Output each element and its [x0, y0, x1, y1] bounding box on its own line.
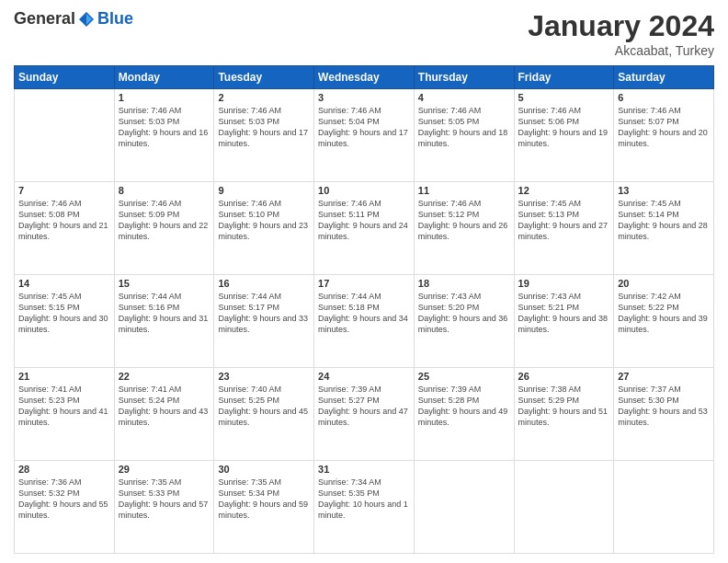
logo-icon	[77, 10, 96, 29]
logo-blue-text: Blue	[97, 9, 133, 29]
cell-content: Sunrise: 7:42 AMSunset: 5:22 PMDaylight:…	[618, 291, 710, 336]
cell-content: Sunrise: 7:45 AMSunset: 5:14 PMDaylight:…	[618, 198, 710, 243]
calendar-cell: 29Sunrise: 7:35 AMSunset: 5:33 PMDayligh…	[114, 461, 214, 554]
day-number: 23	[218, 371, 310, 382]
header-saturday: Saturday	[614, 66, 714, 89]
day-number: 28	[18, 464, 110, 475]
cell-content: Sunrise: 7:46 AMSunset: 5:03 PMDaylight:…	[119, 105, 210, 150]
day-number: 10	[318, 185, 410, 196]
calendar-cell: 3Sunrise: 7:46 AMSunset: 5:04 PMDaylight…	[314, 89, 415, 182]
calendar-cell	[15, 89, 115, 182]
calendar-week-1: 7Sunrise: 7:46 AMSunset: 5:08 PMDaylight…	[15, 182, 714, 275]
logo: General Blue	[14, 9, 133, 29]
cell-content: Sunrise: 7:46 AMSunset: 5:08 PMDaylight:…	[18, 198, 110, 243]
cell-content: Sunrise: 7:38 AMSunset: 5:29 PMDaylight:…	[518, 384, 610, 429]
cell-content: Sunrise: 7:41 AMSunset: 5:24 PMDaylight:…	[119, 384, 210, 429]
cell-content: Sunrise: 7:39 AMSunset: 5:27 PMDaylight:…	[318, 384, 410, 429]
month-title: January 2024	[528, 9, 714, 43]
day-number: 2	[218, 92, 310, 103]
calendar-week-4: 28Sunrise: 7:36 AMSunset: 5:32 PMDayligh…	[15, 461, 714, 554]
day-number: 24	[318, 371, 410, 382]
cell-content: Sunrise: 7:35 AMSunset: 5:34 PMDaylight:…	[218, 477, 310, 522]
cell-content: Sunrise: 7:45 AMSunset: 5:13 PMDaylight:…	[518, 198, 610, 243]
calendar-week-2: 14Sunrise: 7:45 AMSunset: 5:15 PMDayligh…	[15, 275, 714, 368]
calendar-cell: 25Sunrise: 7:39 AMSunset: 5:28 PMDayligh…	[414, 368, 514, 461]
header-sunday: Sunday	[15, 66, 115, 89]
cell-content: Sunrise: 7:45 AMSunset: 5:15 PMDaylight:…	[18, 291, 110, 336]
day-number: 30	[218, 464, 310, 475]
day-number: 22	[119, 371, 210, 382]
calendar-cell: 1Sunrise: 7:46 AMSunset: 5:03 PMDaylight…	[114, 89, 214, 182]
day-number: 8	[119, 185, 210, 196]
cell-content: Sunrise: 7:46 AMSunset: 5:09 PMDaylight:…	[119, 198, 210, 243]
calendar-cell: 10Sunrise: 7:46 AMSunset: 5:11 PMDayligh…	[314, 182, 415, 275]
cell-content: Sunrise: 7:46 AMSunset: 5:05 PMDaylight:…	[418, 105, 510, 150]
calendar-cell: 12Sunrise: 7:45 AMSunset: 5:13 PMDayligh…	[514, 182, 614, 275]
day-number: 6	[618, 92, 710, 103]
calendar-cell: 4Sunrise: 7:46 AMSunset: 5:05 PMDaylight…	[414, 89, 514, 182]
calendar-cell	[614, 461, 714, 554]
cell-content: Sunrise: 7:46 AMSunset: 5:03 PMDaylight:…	[218, 105, 310, 150]
cell-content: Sunrise: 7:36 AMSunset: 5:32 PMDaylight:…	[18, 477, 110, 522]
header-friday: Friday	[514, 66, 614, 89]
day-number: 11	[418, 185, 510, 196]
calendar-cell: 6Sunrise: 7:46 AMSunset: 5:07 PMDaylight…	[614, 89, 714, 182]
calendar-cell: 19Sunrise: 7:43 AMSunset: 5:21 PMDayligh…	[514, 275, 614, 368]
calendar-cell: 28Sunrise: 7:36 AMSunset: 5:32 PMDayligh…	[15, 461, 115, 554]
cell-content: Sunrise: 7:43 AMSunset: 5:20 PMDaylight:…	[418, 291, 510, 336]
day-number: 16	[218, 278, 310, 289]
calendar-cell: 8Sunrise: 7:46 AMSunset: 5:09 PMDaylight…	[114, 182, 214, 275]
day-number: 12	[518, 185, 610, 196]
calendar-cell: 13Sunrise: 7:45 AMSunset: 5:14 PMDayligh…	[614, 182, 714, 275]
cell-content: Sunrise: 7:46 AMSunset: 5:11 PMDaylight:…	[318, 198, 410, 243]
cell-content: Sunrise: 7:46 AMSunset: 5:12 PMDaylight:…	[418, 198, 510, 243]
day-number: 1	[119, 92, 210, 103]
header-tuesday: Tuesday	[214, 66, 314, 89]
calendar-cell: 18Sunrise: 7:43 AMSunset: 5:20 PMDayligh…	[414, 275, 514, 368]
calendar-cell: 31Sunrise: 7:34 AMSunset: 5:35 PMDayligh…	[314, 461, 415, 554]
day-number: 31	[318, 464, 410, 475]
day-number: 13	[618, 185, 710, 196]
calendar-cell	[414, 461, 514, 554]
cell-content: Sunrise: 7:44 AMSunset: 5:17 PMDaylight:…	[218, 291, 310, 336]
day-number: 4	[418, 92, 510, 103]
calendar-cell: 23Sunrise: 7:40 AMSunset: 5:25 PMDayligh…	[214, 368, 314, 461]
day-number: 19	[518, 278, 610, 289]
header-thursday: Thursday	[414, 66, 514, 89]
header-monday: Monday	[114, 66, 214, 89]
day-number: 14	[18, 278, 110, 289]
calendar-cell: 5Sunrise: 7:46 AMSunset: 5:06 PMDaylight…	[514, 89, 614, 182]
cell-content: Sunrise: 7:44 AMSunset: 5:16 PMDaylight:…	[119, 291, 210, 336]
day-number: 27	[618, 371, 710, 382]
cell-content: Sunrise: 7:41 AMSunset: 5:23 PMDaylight:…	[18, 384, 110, 429]
calendar-cell: 9Sunrise: 7:46 AMSunset: 5:10 PMDaylight…	[214, 182, 314, 275]
day-number: 21	[18, 371, 110, 382]
calendar-cell: 15Sunrise: 7:44 AMSunset: 5:16 PMDayligh…	[114, 275, 214, 368]
header-wednesday: Wednesday	[314, 66, 415, 89]
cell-content: Sunrise: 7:46 AMSunset: 5:10 PMDaylight:…	[218, 198, 310, 243]
calendar-cell: 21Sunrise: 7:41 AMSunset: 5:23 PMDayligh…	[15, 368, 115, 461]
calendar-cell: 2Sunrise: 7:46 AMSunset: 5:03 PMDaylight…	[214, 89, 314, 182]
calendar-cell: 22Sunrise: 7:41 AMSunset: 5:24 PMDayligh…	[114, 368, 214, 461]
calendar-cell: 17Sunrise: 7:44 AMSunset: 5:18 PMDayligh…	[314, 275, 415, 368]
cell-content: Sunrise: 7:34 AMSunset: 5:35 PMDaylight:…	[318, 477, 410, 522]
calendar-cell: 26Sunrise: 7:38 AMSunset: 5:29 PMDayligh…	[514, 368, 614, 461]
calendar-header-row: Sunday Monday Tuesday Wednesday Thursday…	[15, 66, 714, 89]
day-number: 9	[218, 185, 310, 196]
cell-content: Sunrise: 7:39 AMSunset: 5:28 PMDaylight:…	[418, 384, 510, 429]
day-number: 5	[518, 92, 610, 103]
calendar-cell: 27Sunrise: 7:37 AMSunset: 5:30 PMDayligh…	[614, 368, 714, 461]
day-number: 15	[119, 278, 210, 289]
cell-content: Sunrise: 7:43 AMSunset: 5:21 PMDaylight:…	[518, 291, 610, 336]
location: Akcaabat, Turkey	[528, 43, 714, 58]
calendar-cell	[514, 461, 614, 554]
logo-text: General Blue	[14, 9, 133, 29]
cell-content: Sunrise: 7:37 AMSunset: 5:30 PMDaylight:…	[618, 384, 710, 429]
day-number: 26	[518, 371, 610, 382]
calendar-week-3: 21Sunrise: 7:41 AMSunset: 5:23 PMDayligh…	[15, 368, 714, 461]
day-number: 17	[318, 278, 410, 289]
calendar-cell: 16Sunrise: 7:44 AMSunset: 5:17 PMDayligh…	[214, 275, 314, 368]
page: General Blue January 2024 Akcaabat, Turk…	[0, 0, 728, 563]
title-section: January 2024 Akcaabat, Turkey	[528, 9, 714, 58]
calendar-cell: 30Sunrise: 7:35 AMSunset: 5:34 PMDayligh…	[214, 461, 314, 554]
